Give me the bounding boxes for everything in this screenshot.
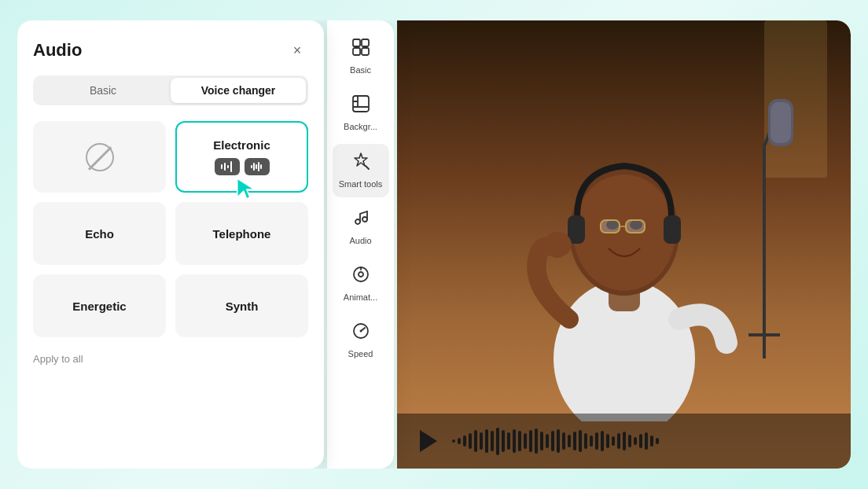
- audio-panel: Audio × Basic Voice changer Electronic: [17, 20, 324, 469]
- tool-audio[interactable]: Audio: [333, 200, 389, 254]
- background-icon: [351, 94, 370, 118]
- cursor-arrow: [234, 175, 260, 205]
- panel-title: Audio: [33, 40, 82, 61]
- svg-point-29: [573, 175, 675, 291]
- svg-rect-11: [362, 39, 369, 46]
- speed-icon: [351, 322, 370, 345]
- tab-switcher: Basic Voice changer: [33, 75, 308, 105]
- voice-card-synth[interactable]: Synth: [175, 274, 308, 337]
- svg-rect-3: [230, 161, 232, 172]
- voice-card-energetic[interactable]: Energetic: [33, 274, 166, 337]
- voice-card-echo[interactable]: Echo: [33, 202, 166, 265]
- svg-rect-13: [362, 48, 369, 55]
- tab-voice-changer[interactable]: Voice changer: [171, 78, 306, 103]
- svg-rect-5: [253, 163, 255, 171]
- svg-rect-0: [221, 164, 223, 169]
- telephone-label: Telephone: [213, 227, 271, 241]
- voice-card-electronic[interactable]: Electronic: [175, 121, 308, 193]
- basic-icon: [351, 38, 370, 61]
- svg-point-37: [543, 232, 572, 257]
- tools-sidebar: Basic Backgr... Smart tool: [327, 20, 394, 469]
- main-container: Audio × Basic Voice changer Electronic: [17, 20, 851, 469]
- no-voice-icon: [86, 143, 114, 171]
- close-button[interactable]: ×: [286, 39, 308, 61]
- electronic-label: Electronic: [213, 138, 270, 152]
- equalizer-icon: [215, 158, 240, 175]
- echo-label: Echo: [85, 227, 114, 241]
- svg-rect-36: [664, 215, 681, 244]
- svg-rect-1: [224, 163, 226, 171]
- svg-rect-8: [260, 164, 262, 169]
- voice-card-telephone[interactable]: Telephone: [175, 202, 308, 265]
- tool-animate[interactable]: Animat...: [333, 257, 389, 311]
- smart-tools-icon: [351, 152, 370, 175]
- waveform-visual: [452, 425, 659, 457]
- animate-icon: [351, 265, 370, 289]
- svg-rect-14: [353, 96, 369, 112]
- electronic-icons: [215, 158, 270, 175]
- background-label: Backgr...: [344, 121, 377, 132]
- microphone-stand: [725, 83, 804, 358]
- svg-rect-42: [771, 102, 791, 143]
- photo-area: [397, 20, 851, 469]
- svg-point-25: [359, 330, 362, 333]
- svg-rect-2: [227, 165, 229, 168]
- play-triangle-icon: [420, 430, 437, 452]
- voice-card-none[interactable]: [33, 121, 166, 193]
- svg-line-18: [366, 166, 369, 169]
- smart-tools-label: Smart tools: [339, 178, 383, 189]
- tool-background[interactable]: Backgr...: [333, 86, 389, 140]
- speed-label: Speed: [348, 348, 373, 359]
- basic-label: Basic: [350, 64, 371, 75]
- voice-grid: Electronic: [33, 121, 308, 337]
- tool-basic[interactable]: Basic: [333, 30, 389, 83]
- play-button[interactable]: [413, 427, 441, 455]
- animate-label: Animat...: [344, 292, 377, 303]
- audio-label: Audio: [349, 235, 371, 246]
- svg-rect-6: [256, 164, 257, 169]
- svg-rect-12: [353, 48, 360, 55]
- svg-rect-32: [601, 220, 620, 233]
- panel-header: Audio ×: [33, 39, 308, 61]
- svg-rect-7: [258, 162, 259, 171]
- svg-rect-33: [626, 220, 645, 233]
- waveform-bar: [397, 414, 851, 469]
- svg-point-22: [359, 272, 363, 277]
- svg-rect-4: [251, 165, 252, 168]
- audio-icon: [351, 208, 370, 232]
- synth-label: Synth: [226, 300, 259, 313]
- waveform-icon: [245, 158, 270, 175]
- tool-speed[interactable]: Speed: [333, 314, 389, 367]
- tool-smart-tools[interactable]: Smart tools: [333, 144, 389, 197]
- svg-marker-9: [237, 178, 254, 199]
- tab-basic[interactable]: Basic: [35, 78, 171, 103]
- svg-rect-10: [353, 39, 360, 46]
- energetic-label: Energetic: [72, 300, 126, 313]
- apply-all-label: Apply to all: [33, 353, 308, 365]
